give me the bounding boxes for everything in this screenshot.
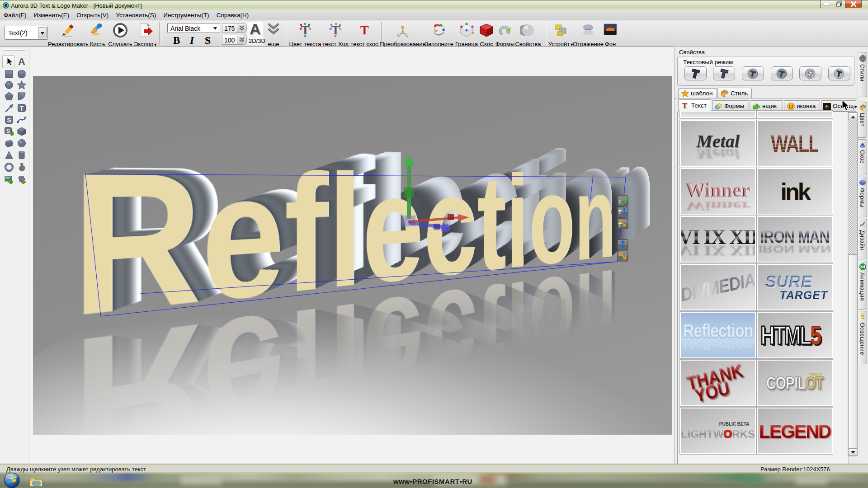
svg-text:A: A	[18, 56, 25, 66]
svg-text:S: S	[6, 128, 10, 134]
svg-text:T: T	[331, 23, 340, 37]
svg-text:S: S	[7, 117, 11, 124]
svg-text:T: T	[618, 200, 622, 205]
svg-text:T: T	[618, 209, 622, 215]
svg-text:T: T	[20, 105, 24, 112]
